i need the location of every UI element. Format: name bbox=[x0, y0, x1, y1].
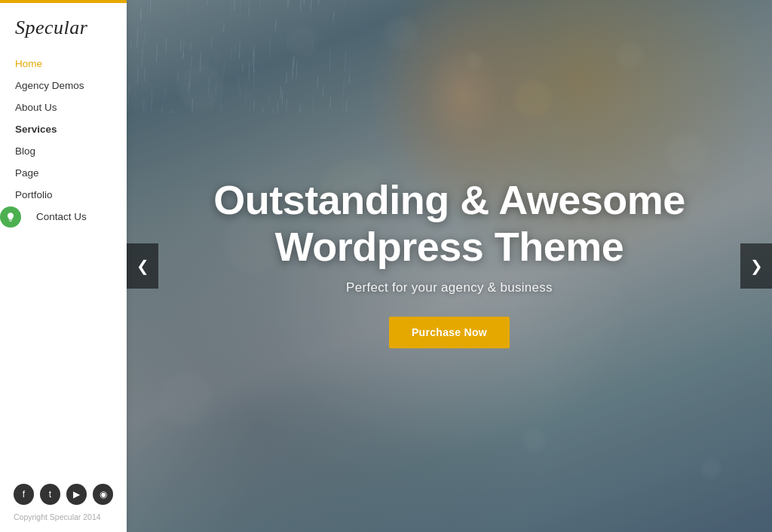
nav-link-home[interactable]: Home bbox=[0, 53, 127, 75]
bokeh-12 bbox=[467, 54, 482, 69]
bulb-icon bbox=[0, 206, 21, 228]
chevron-right-icon: ❯ bbox=[750, 257, 763, 275]
bokeh-9 bbox=[702, 460, 721, 478]
nav-link-agency-demos[interactable]: Agency Demos bbox=[0, 75, 127, 96]
copyright-text: Copyright Specular 2014 bbox=[0, 509, 127, 532]
nav-item-services: Services bbox=[0, 118, 127, 140]
nav-menu: HomeAgency DemosAbout UsServicesBlogPage… bbox=[0, 50, 127, 473]
nav-link-contact-us[interactable]: Contact Us bbox=[21, 206, 102, 228]
youtube-icon[interactable]: ▶ bbox=[66, 484, 87, 505]
logo-area: Specular bbox=[0, 3, 127, 50]
sidebar: Specular HomeAgency DemosAbout UsService… bbox=[0, 0, 127, 532]
logo-text[interactable]: Specular bbox=[15, 17, 87, 38]
bokeh-10 bbox=[514, 80, 552, 118]
dribbble-icon[interactable]: ◉ bbox=[93, 484, 113, 505]
facebook-icon[interactable]: f bbox=[14, 484, 34, 505]
nav-item-home: Home bbox=[0, 53, 127, 75]
hero-text-block: Outstanding & AwesomeWordpress Theme Per… bbox=[193, 176, 706, 348]
bokeh-1 bbox=[178, 64, 223, 109]
bokeh-8 bbox=[159, 373, 212, 426]
nav-link-services[interactable]: Services bbox=[0, 118, 127, 140]
slider-next-button[interactable]: ❯ bbox=[740, 243, 772, 289]
social-icons-row: ft▶◉ bbox=[0, 473, 127, 509]
nav-item-portfolio: Portfolio bbox=[0, 184, 127, 206]
bokeh-5 bbox=[666, 133, 707, 175]
hero-main-title: Outstanding & AwesomeWordpress Theme bbox=[193, 176, 706, 270]
nav-link-about-us[interactable]: About Us bbox=[0, 96, 127, 118]
twitter-icon[interactable]: t bbox=[40, 484, 60, 505]
nav-item-agency-demos: Agency Demos bbox=[0, 75, 127, 96]
purchase-now-button[interactable]: Purchase Now bbox=[389, 317, 510, 349]
nav-link-portfolio[interactable]: Portfolio bbox=[0, 184, 127, 206]
chevron-left-icon: ❮ bbox=[136, 257, 149, 275]
nav-link-page[interactable]: Page bbox=[0, 162, 127, 184]
nav-item-blog: Blog bbox=[0, 140, 127, 162]
slider-prev-button[interactable]: ❮ bbox=[127, 243, 158, 289]
nav-item-page: Page bbox=[0, 162, 127, 184]
nav-item-about-us: About Us bbox=[0, 96, 127, 118]
main-content: ❮ ❯ Outstanding & AwesomeWordpress Theme… bbox=[127, 0, 772, 532]
nav-link-blog[interactable]: Blog bbox=[0, 140, 127, 162]
nav-item-contact-us: Contact Us bbox=[0, 206, 127, 228]
hero-subtitle: Perfect for your agency & business bbox=[193, 281, 706, 296]
